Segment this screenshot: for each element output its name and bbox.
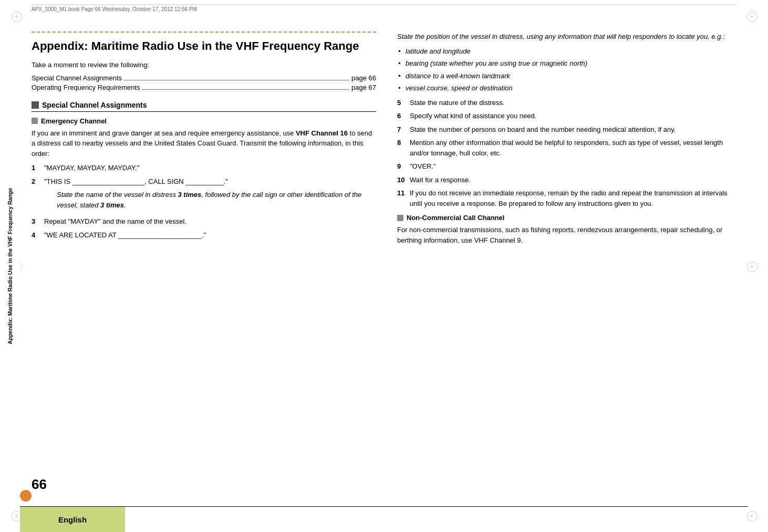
header-text: APX_3000_M1.book Page 66 Wednesday, Octo… [32, 6, 197, 12]
main-content: Appendix: Maritime Radio Use in the VHF … [32, 32, 736, 469]
page-number: 66 [32, 476, 47, 493]
list-item-11: 11 If you do not receive an immediate re… [397, 188, 736, 208]
english-tab: English [20, 507, 125, 532]
sidebar-label: Appendix: Maritime Radio Use in the VHF … [7, 188, 13, 345]
section-icon [32, 101, 39, 109]
bullet-list: latitude and longitude bearing (state wh… [397, 46, 736, 93]
left-column: Appendix: Maritime Radio Use in the VHF … [32, 32, 376, 469]
orange-circle-bottom-left [20, 490, 32, 502]
section-heading-text: Special Channel Assignments [42, 101, 147, 109]
list-num-8: 8 [397, 138, 410, 158]
list-item-6: 6 Specify what kind of assistance you ne… [397, 111, 736, 121]
emergency-numbered-list: 1 "MAYDAY, MAYDAY, MAYDAY." 2 "THIS IS _… [32, 163, 376, 240]
list-num-3: 3 [32, 216, 44, 227]
list-num-6: 6 [397, 111, 410, 121]
italic-note-2: State the name of the vessel in distress… [57, 190, 376, 210]
list-content-9: "OVER." [410, 161, 736, 172]
header-bar: APX_3000_M1.book Page 66 Wednesday, Octo… [32, 4, 736, 12]
bullet-item-4: vessel course, speed or destination [397, 83, 736, 93]
list-content-11: If you do not receive an immediate respo… [410, 188, 736, 208]
sub-heading-emergency: Emergency Channel [32, 117, 376, 125]
list-content-7: State the number of persons on board and… [410, 124, 736, 135]
dotted-separator [32, 32, 376, 33]
bullet-item-1: latitude and longitude [397, 46, 736, 57]
list-content-8: Mention any other information that would… [410, 138, 736, 158]
toc-item-1: Special Channel Assignments page 66 [32, 74, 376, 82]
right-column: State the position of the vessel in dist… [392, 32, 736, 469]
right-numbered-list: 5 State the nature of the distress. 6 Sp… [397, 98, 736, 209]
toc-label-1: Special Channel Assignments [32, 74, 122, 82]
list-item-10: 10 Wait for a response. [397, 175, 736, 185]
english-label: English [58, 515, 87, 524]
sub-heading-text-2: Non-Commercial Call Channel [407, 214, 504, 222]
list-num-11: 11 [397, 188, 410, 208]
list-num-9: 9 [397, 161, 410, 172]
sidebar-appendix-text: Appendix: Maritime Radio Use in the VHF … [7, 188, 13, 345]
non-commercial-body-text: For non-commercial transmissions, such a… [397, 225, 736, 245]
sub-heading-non-commercial: Non-Commercial Call Channel [397, 214, 736, 222]
list-item-1: 1 "MAYDAY, MAYDAY, MAYDAY." [32, 163, 376, 173]
sub-heading-icon-2 [397, 215, 403, 221]
list-content-10: Wait for a response. [410, 175, 736, 185]
right-intro-italic: State the position of the vessel in dist… [397, 32, 736, 42]
list-item-2: 2 "THIS IS ___________________, CALL SIG… [32, 176, 376, 214]
list-content-4: "WE ARE LOCATED AT _____________________… [44, 230, 376, 241]
toc-dots-1 [124, 72, 349, 80]
list-content-5: State the nature of the distress. [410, 98, 736, 108]
list-num-5: 5 [397, 98, 410, 108]
list-content-1: "MAYDAY, MAYDAY, MAYDAY." [44, 163, 376, 173]
toc-page-2: page 67 [351, 84, 376, 91]
list-item-3: 3 Repeat "MAYDAY" and the name of the ve… [32, 216, 376, 227]
list-item-5: 5 State the nature of the distress. [397, 98, 736, 108]
reg-mark-top-right [747, 12, 756, 21]
emergency-body-text: If you are in imminent and grave danger … [32, 128, 376, 159]
intro-text: Take a moment to review the following: [32, 61, 376, 69]
toc-page-1: page 66 [351, 74, 376, 82]
reg-mark-top-left [12, 12, 21, 21]
sub-heading-icon [32, 118, 38, 124]
sidebar-tab: Appendix: Maritime Radio Use in the VHF … [0, 42, 20, 490]
list-num-1: 1 [32, 163, 44, 173]
list-item-8: 8 Mention any other information that wou… [397, 138, 736, 158]
footer-area: 66 English [0, 474, 768, 532]
list-item-7: 7 State the number of persons on board a… [397, 124, 736, 135]
footer-line [20, 506, 748, 507]
section-heading-special: Special Channel Assignments [32, 101, 376, 112]
bullet-item-3: distance to a well-known landmark [397, 71, 736, 81]
toc-dots-2 [142, 82, 349, 90]
list-num-2: 2 [32, 176, 44, 214]
list-num-10: 10 [397, 175, 410, 185]
page-title: Appendix: Maritime Radio Use in the VHF … [32, 39, 376, 54]
list-num-4: 4 [32, 230, 44, 241]
toc-label-2: Operating Frequency Requirements [32, 84, 140, 91]
bullet-item-2: bearing (state whether you are using tru… [397, 58, 736, 69]
list-content-3: Repeat "MAYDAY" and the name of the vess… [44, 216, 376, 227]
list-content-6: Specify what kind of assistance you need… [410, 111, 736, 121]
list-content-2: "THIS IS ___________________, CALL SIGN … [44, 176, 376, 214]
sub-heading-text: Emergency Channel [41, 117, 107, 125]
list-num-7: 7 [397, 124, 410, 135]
list-item-4: 4 "WE ARE LOCATED AT ___________________… [32, 230, 376, 241]
reg-mark-mid-right [747, 262, 756, 271]
list-item-9: 9 "OVER." [397, 161, 736, 172]
toc-item-2: Operating Frequency Requirements page 67 [32, 84, 376, 91]
